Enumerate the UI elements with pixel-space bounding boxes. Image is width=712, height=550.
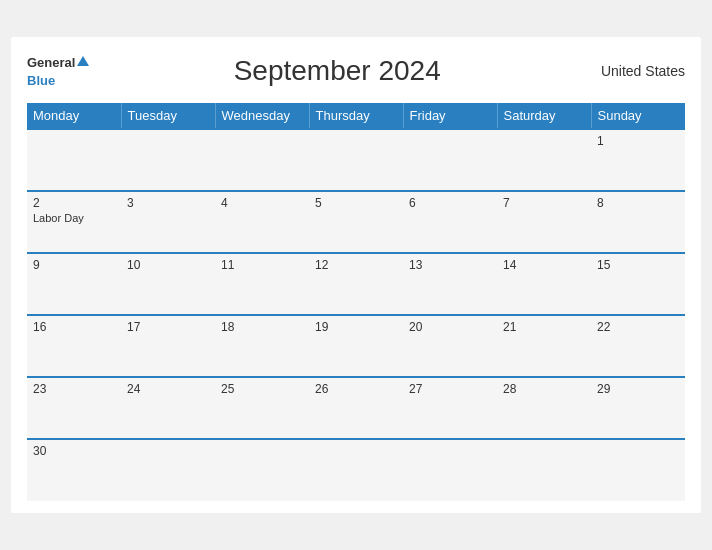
calendar-cell: 13 [403, 253, 497, 315]
day-number: 14 [503, 258, 585, 272]
calendar-cell [215, 129, 309, 191]
calendar-cell: 23 [27, 377, 121, 439]
weekday-header-saturday: Saturday [497, 103, 591, 129]
calendar-cell: 3 [121, 191, 215, 253]
week-row-2: 2Labor Day345678 [27, 191, 685, 253]
calendar-cell: 29 [591, 377, 685, 439]
day-number: 4 [221, 196, 303, 210]
week-row-5: 23242526272829 [27, 377, 685, 439]
day-number: 11 [221, 258, 303, 272]
logo-line2: Blue [27, 71, 89, 89]
calendar-table: MondayTuesdayWednesdayThursdayFridaySatu… [27, 103, 685, 501]
day-number: 2 [33, 196, 115, 210]
calendar-cell: 27 [403, 377, 497, 439]
calendar-cell: 9 [27, 253, 121, 315]
month-title: September 2024 [89, 55, 585, 87]
day-number: 12 [315, 258, 397, 272]
calendar-cell [309, 129, 403, 191]
calendar-cell: 21 [497, 315, 591, 377]
calendar-cell: 22 [591, 315, 685, 377]
day-number: 15 [597, 258, 679, 272]
calendar-cell: 20 [403, 315, 497, 377]
day-number: 29 [597, 382, 679, 396]
calendar-cell: 17 [121, 315, 215, 377]
day-number: 5 [315, 196, 397, 210]
calendar-cell: 28 [497, 377, 591, 439]
calendar-cell [309, 439, 403, 501]
calendar-cell: 30 [27, 439, 121, 501]
calendar-cell: 6 [403, 191, 497, 253]
calendar-cell: 16 [27, 315, 121, 377]
calendar-cell: 8 [591, 191, 685, 253]
day-number: 1 [597, 134, 679, 148]
week-row-6: 30 [27, 439, 685, 501]
calendar-cell: 2Labor Day [27, 191, 121, 253]
day-number: 28 [503, 382, 585, 396]
weekday-header-wednesday: Wednesday [215, 103, 309, 129]
calendar-cell [497, 439, 591, 501]
calendar-cell: 1 [591, 129, 685, 191]
calendar-cell: 5 [309, 191, 403, 253]
day-number: 24 [127, 382, 209, 396]
day-number: 3 [127, 196, 209, 210]
calendar-cell [403, 439, 497, 501]
weekday-header-row: MondayTuesdayWednesdayThursdayFridaySatu… [27, 103, 685, 129]
day-number: 19 [315, 320, 397, 334]
calendar-cell: 7 [497, 191, 591, 253]
calendar-cell: 24 [121, 377, 215, 439]
calendar-cell [403, 129, 497, 191]
calendar-cell [591, 439, 685, 501]
week-row-1: 1 [27, 129, 685, 191]
logo-blue-text: Blue [27, 73, 55, 88]
day-number: 10 [127, 258, 209, 272]
day-number: 25 [221, 382, 303, 396]
day-number: 22 [597, 320, 679, 334]
week-row-3: 9101112131415 [27, 253, 685, 315]
day-number: 20 [409, 320, 491, 334]
country-label: United States [585, 63, 685, 79]
day-number: 17 [127, 320, 209, 334]
week-row-4: 16171819202122 [27, 315, 685, 377]
calendar-cell: 26 [309, 377, 403, 439]
calendar-cell [27, 129, 121, 191]
logo-triangle-icon [77, 56, 89, 66]
calendar-cell: 12 [309, 253, 403, 315]
calendar-cell: 4 [215, 191, 309, 253]
day-number: 9 [33, 258, 115, 272]
weekday-header-monday: Monday [27, 103, 121, 129]
calendar-cell: 18 [215, 315, 309, 377]
day-number: 18 [221, 320, 303, 334]
day-number: 7 [503, 196, 585, 210]
day-number: 13 [409, 258, 491, 272]
calendar-container: General Blue September 2024 United State… [11, 37, 701, 512]
logo: General Blue [27, 53, 89, 88]
day-number: 6 [409, 196, 491, 210]
weekday-header-sunday: Sunday [591, 103, 685, 129]
calendar-cell [121, 129, 215, 191]
calendar-cell: 14 [497, 253, 591, 315]
calendar-cell: 10 [121, 253, 215, 315]
calendar-cell: 15 [591, 253, 685, 315]
weekday-header-thursday: Thursday [309, 103, 403, 129]
day-number: 8 [597, 196, 679, 210]
calendar-cell [121, 439, 215, 501]
calendar-cell: 19 [309, 315, 403, 377]
calendar-cell [215, 439, 309, 501]
header: General Blue September 2024 United State… [27, 53, 685, 88]
day-number: 30 [33, 444, 115, 458]
day-number: 21 [503, 320, 585, 334]
calendar-cell [497, 129, 591, 191]
logo-line1: General [27, 53, 89, 71]
logo-general-text: General [27, 55, 75, 70]
calendar-cell: 25 [215, 377, 309, 439]
day-number: 23 [33, 382, 115, 396]
day-event: Labor Day [33, 212, 115, 224]
weekday-header-friday: Friday [403, 103, 497, 129]
calendar-cell: 11 [215, 253, 309, 315]
day-number: 16 [33, 320, 115, 334]
weekday-header-tuesday: Tuesday [121, 103, 215, 129]
day-number: 27 [409, 382, 491, 396]
day-number: 26 [315, 382, 397, 396]
